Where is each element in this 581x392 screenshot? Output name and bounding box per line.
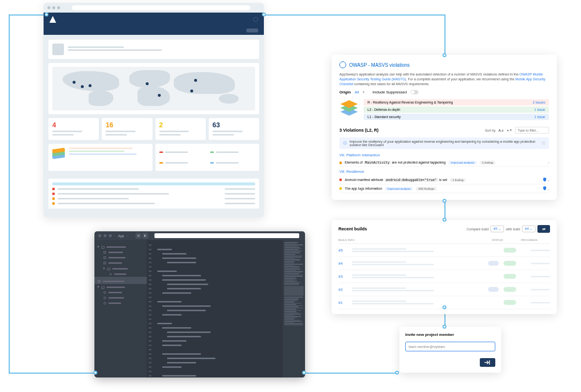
url-bar[interactable] xyxy=(72,5,250,10)
tree-item[interactable] xyxy=(94,279,147,284)
sort-label: Sort by xyxy=(485,129,495,132)
node-ide-right xyxy=(302,371,306,375)
compare-from-select[interactable]: #5 ⌄ xyxy=(490,226,504,232)
stat-card[interactable]: 63 xyxy=(209,118,259,140)
tree-item[interactable]: ▾ xyxy=(94,244,147,250)
level-row[interactable]: R - Resiliency Against Reverse Engineeri… xyxy=(364,99,549,106)
svg-rect-9 xyxy=(98,280,100,282)
node-invite-top xyxy=(443,325,446,329)
dashboard-panel: 416263 xyxy=(44,3,264,217)
shield-icon xyxy=(542,177,547,182)
builds-panel: Recent builds Compare build #5 ⌄ with bu… xyxy=(332,220,557,314)
col-progress: PROGRESS xyxy=(521,239,550,241)
node-builds-top xyxy=(443,218,446,222)
svg-rect-5 xyxy=(104,256,106,258)
world-map[interactable] xyxy=(52,67,255,110)
send-icon xyxy=(484,360,491,365)
finding-row[interactable]: The app logs informationImproved analysi… xyxy=(339,184,549,193)
section-title: V6: Platform Interaction xyxy=(339,153,549,157)
stat-card[interactable]: 2 xyxy=(155,118,206,140)
ide-panel: App 〉 ▾▾▾ xyxy=(94,231,305,377)
ide-app-label: App xyxy=(118,234,124,238)
compare-to-select[interactable]: #4 ⌄ xyxy=(522,226,535,232)
col-status: STATUS xyxy=(492,239,521,241)
builds-title: Recent builds xyxy=(338,226,367,231)
invite-panel: Invite new project member team.member@my… xyxy=(399,327,501,373)
filter-input[interactable] xyxy=(515,127,549,134)
svg-rect-10 xyxy=(102,286,105,288)
node-dashboard xyxy=(45,13,48,16)
node-owasp-top xyxy=(443,53,446,57)
finding-row[interactable]: Elements of MainActivity are not protect… xyxy=(339,159,549,166)
svg-rect-8 xyxy=(110,273,112,275)
tree-item[interactable] xyxy=(94,290,147,295)
debug-button[interactable] xyxy=(136,233,141,239)
levels-stack-icon xyxy=(339,99,359,117)
svg-rect-7 xyxy=(107,268,110,270)
tree-item[interactable]: ▾ xyxy=(94,266,147,271)
tree-item[interactable] xyxy=(94,255,147,260)
svg-point-12 xyxy=(104,297,106,299)
tree-item[interactable]: ▾ xyxy=(94,284,147,290)
tree-item[interactable] xyxy=(94,271,147,277)
findings-table[interactable] xyxy=(48,179,259,209)
suppress-toggle[interactable] xyxy=(411,90,418,94)
app-header xyxy=(44,13,264,26)
minimap[interactable] xyxy=(283,240,305,377)
node-builds-bottom xyxy=(443,305,446,309)
svg-point-11 xyxy=(104,291,106,293)
run-button[interactable] xyxy=(142,233,148,239)
origin-filter[interactable]: All xyxy=(355,90,359,94)
stat-card[interactable]: 4 xyxy=(48,118,99,140)
stat-card[interactable]: 16 xyxy=(102,118,152,140)
build-row[interactable]: #2 xyxy=(338,283,550,296)
node-dashboard-right xyxy=(262,13,266,16)
tree-item[interactable] xyxy=(94,295,147,301)
level-row[interactable]: L2 - Defense-in-depth1 issue xyxy=(364,106,549,113)
node-invite-left xyxy=(395,371,399,375)
code-editor[interactable] xyxy=(147,240,283,377)
avatar-icon[interactable] xyxy=(253,17,258,22)
ide-search-input[interactable] xyxy=(154,233,299,238)
suppress-label: Include Suppressed xyxy=(372,90,407,94)
send-invite-button[interactable] xyxy=(480,358,495,367)
layer-stack-icon xyxy=(52,148,65,160)
build-row[interactable]: #3 xyxy=(338,270,550,283)
finding-row[interactable]: Android manifest attribute android:debug… xyxy=(339,176,549,184)
violations-count: 3 Violations (L2, R) xyxy=(339,128,379,133)
build-row[interactable]: #4 xyxy=(338,257,550,270)
col-build-info: BUILD INFO xyxy=(338,239,492,241)
tip-banner: ⓘ Improve the resiliency of your applica… xyxy=(339,137,549,149)
svg-rect-6 xyxy=(104,262,106,264)
node-ide-left xyxy=(93,371,97,375)
section-title: V8: Resilience xyxy=(339,169,549,174)
owasp-title: OWASP - MASVS violations xyxy=(339,61,549,68)
invite-email-input[interactable]: team.member@myteam xyxy=(405,342,495,351)
file-tree[interactable]: ▾▾▾ xyxy=(94,240,147,377)
tree-item[interactable] xyxy=(94,301,147,306)
owasp-panel: OWASP - MASVS violations AppSweep's appl… xyxy=(332,55,557,200)
owasp-description: AppSweep's application analysis can help… xyxy=(339,72,549,86)
compare-label: Compare build xyxy=(467,227,489,231)
origin-label: Origin xyxy=(339,90,351,94)
chevron-right-icon: 〉 xyxy=(126,233,130,239)
svg-point-13 xyxy=(104,302,106,304)
tree-item[interactable] xyxy=(94,260,147,266)
compare-button[interactable]: ⇄ xyxy=(537,225,550,233)
node-owasp-bottom xyxy=(443,199,446,203)
shield-icon xyxy=(542,186,547,191)
svg-rect-4 xyxy=(104,251,106,253)
level-row[interactable]: L1 - Standard security1 issue xyxy=(364,114,549,120)
logo-icon xyxy=(49,16,56,23)
tree-item[interactable] xyxy=(94,250,147,255)
sort-select[interactable]: A-z xyxy=(499,129,504,132)
build-row[interactable]: #5 xyxy=(338,244,550,257)
svg-rect-3 xyxy=(102,246,105,248)
invite-title: Invite new project member xyxy=(405,332,495,337)
browser-chrome xyxy=(44,3,264,13)
owasp-shield-icon xyxy=(339,61,346,68)
ide-titlebar: App 〉 xyxy=(94,231,305,240)
